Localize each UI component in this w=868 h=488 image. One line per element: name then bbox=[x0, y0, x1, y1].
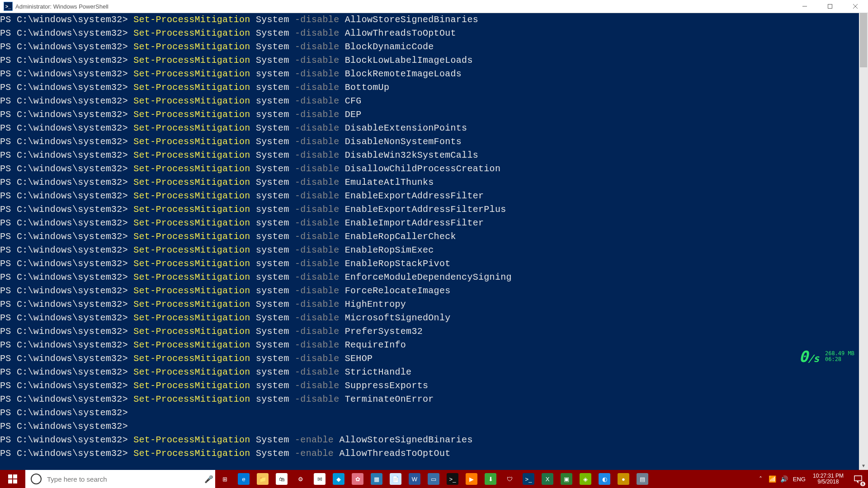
terminal-line: PS C:\windows\system32> Set-ProcessMitig… bbox=[0, 81, 859, 94]
app-icon-8[interactable]: ● bbox=[614, 470, 633, 488]
system-tray: ˄📶🔊 ENG 10:27:31 PM 9/5/2018 8 bbox=[755, 470, 868, 488]
scroll-down-button[interactable]: ▼ bbox=[859, 461, 868, 470]
app-icon-7[interactable]: ◐ bbox=[595, 470, 614, 488]
terminal-line: PS C:\windows\system32> Set-ProcessMitig… bbox=[0, 447, 859, 460]
terminal-line: PS C:\windows\system32> Set-ProcessMitig… bbox=[0, 298, 859, 311]
download-icon[interactable]: ⬇ bbox=[481, 470, 500, 488]
terminal-line: PS C:\windows\system32> Set-ProcessMitig… bbox=[0, 216, 859, 230]
terminal-line: PS C:\windows\system32> Set-ProcessMitig… bbox=[0, 379, 859, 393]
terminal-line: PS C:\windows\system32> Set-ProcessMitig… bbox=[0, 257, 859, 271]
terminal-scrollbar[interactable]: ▲ ▼ bbox=[859, 13, 868, 470]
powershell-icon[interactable]: >_ bbox=[519, 470, 538, 488]
app-icon-9[interactable]: ▤ bbox=[633, 470, 652, 488]
terminal-line: PS C:\windows\system32> bbox=[0, 420, 859, 433]
cortana-icon bbox=[31, 474, 42, 484]
mail-icon[interactable]: ✉ bbox=[310, 470, 329, 488]
tray-chevron-icon[interactable]: ˄ bbox=[755, 470, 767, 488]
terminal-line: PS C:\windows\system32> Set-ProcessMitig… bbox=[0, 325, 859, 338]
terminal-line: PS C:\windows\system32> Set-ProcessMitig… bbox=[0, 27, 859, 40]
app-icon-1[interactable]: ◆ bbox=[329, 470, 348, 488]
tray-volume-icon[interactable]: 🔊 bbox=[778, 470, 790, 488]
language-indicator[interactable]: ENG bbox=[790, 476, 808, 483]
terminal-line: PS C:\windows\system32> Set-ProcessMitig… bbox=[0, 284, 859, 298]
terminal-line: PS C:\windows\system32> Set-ProcessMitig… bbox=[0, 189, 859, 203]
terminal-line: PS C:\windows\system32> Set-ProcessMitig… bbox=[0, 176, 859, 189]
terminal-line: PS C:\windows\system32> Set-ProcessMitig… bbox=[0, 393, 859, 406]
svg-rect-8 bbox=[854, 476, 862, 481]
taskbar-search[interactable]: 🎤 bbox=[25, 470, 215, 488]
microphone-icon[interactable]: 🎤 bbox=[203, 475, 215, 483]
cmd-icon[interactable]: >_ bbox=[443, 470, 462, 488]
action-center-button[interactable]: 8 bbox=[848, 470, 868, 488]
app-icon-3[interactable]: ▦ bbox=[367, 470, 386, 488]
terminal-line: PS C:\windows\system32> Set-ProcessMitig… bbox=[0, 13, 859, 27]
terminal-line: PS C:\windows\system32> Set-ProcessMitig… bbox=[0, 311, 859, 325]
terminal-line: PS C:\windows\system32> Set-ProcessMitig… bbox=[0, 244, 859, 257]
terminal-line: PS C:\windows\system32> Set-ProcessMitig… bbox=[0, 271, 859, 284]
word-icon[interactable]: W bbox=[405, 470, 424, 488]
terminal-line: PS C:\windows\system32> Set-ProcessMitig… bbox=[0, 149, 859, 162]
svg-rect-7 bbox=[13, 479, 17, 483]
store-icon[interactable]: 🛍 bbox=[272, 470, 291, 488]
file-explorer-icon[interactable]: 📁 bbox=[253, 470, 272, 488]
terminal-line: PS C:\windows\system32> Set-ProcessMitig… bbox=[0, 54, 859, 67]
excel-icon[interactable]: X bbox=[538, 470, 557, 488]
start-button[interactable] bbox=[0, 470, 25, 488]
app-icon-6[interactable]: ◈ bbox=[576, 470, 595, 488]
terminal-line: PS C:\windows\system32> Set-ProcessMitig… bbox=[0, 40, 859, 54]
terminal-line: PS C:\windows\system32> Set-ProcessMitig… bbox=[0, 162, 859, 176]
task-view-icon[interactable]: ⊞ bbox=[215, 470, 234, 488]
taskbar-clock[interactable]: 10:27:31 PM 9/5/2018 bbox=[808, 473, 848, 485]
close-button[interactable] bbox=[843, 0, 868, 13]
scrollbar-thumb[interactable] bbox=[860, 13, 867, 67]
terminal-line: PS C:\windows\system32> Set-ProcessMitig… bbox=[0, 203, 859, 216]
svg-rect-6 bbox=[8, 479, 12, 483]
terminal-line: PS C:\windows\system32> Set-ProcessMitig… bbox=[0, 338, 859, 352]
network-hud-overlay: 0/s 268.49 MB06:28 bbox=[799, 347, 854, 366]
edge-icon[interactable]: e bbox=[234, 470, 253, 488]
terminal-line: PS C:\windows\system32> Set-ProcessMitig… bbox=[0, 94, 859, 108]
terminal-output[interactable]: PS C:\windows\system32> Set-ProcessMitig… bbox=[0, 13, 859, 470]
terminal-line: PS C:\windows\system32> Set-ProcessMitig… bbox=[0, 352, 859, 366]
terminal-line: PS C:\windows\system32> bbox=[0, 406, 859, 420]
search-input[interactable] bbox=[46, 475, 203, 483]
terminal-line: PS C:\windows\system32> Set-ProcessMitig… bbox=[0, 67, 859, 81]
app-icon-4[interactable]: ▭ bbox=[424, 470, 443, 488]
window-titlebar: >_ Administrator: Windows PowerShell bbox=[0, 0, 868, 13]
notification-badge: 8 bbox=[860, 482, 865, 486]
maximize-button[interactable] bbox=[817, 0, 843, 13]
taskbar: 🎤 ⊞e📁🛍⚙✉◆✿▦📄W▭>_▶⬇🛡>_X▣◈◐●▤ ˄📶🔊 ENG 10:2… bbox=[0, 470, 868, 488]
svg-rect-1 bbox=[828, 5, 832, 9]
terminal-line: PS C:\windows\system32> Set-ProcessMitig… bbox=[0, 366, 859, 379]
terminal-line: PS C:\windows\system32> Set-ProcessMitig… bbox=[0, 230, 859, 244]
terminal-line: PS C:\windows\system32> Set-ProcessMitig… bbox=[0, 122, 859, 135]
app-icon-2[interactable]: ✿ bbox=[348, 470, 367, 488]
terminal-line: PS C:\windows\system32> Set-ProcessMitig… bbox=[0, 433, 859, 447]
terminal-line: PS C:\windows\system32> Set-ProcessMitig… bbox=[0, 135, 859, 149]
minimize-button[interactable] bbox=[792, 0, 817, 13]
notepad-icon[interactable]: 📄 bbox=[386, 470, 405, 488]
svg-rect-5 bbox=[13, 474, 17, 479]
powershell-window-icon: >_ bbox=[4, 2, 13, 11]
media-icon[interactable]: ▶ bbox=[462, 470, 481, 488]
settings-icon[interactable]: ⚙ bbox=[291, 470, 310, 488]
window-title: Administrator: Windows PowerShell bbox=[15, 3, 108, 10]
terminal-line: PS C:\windows\system32> Set-ProcessMitig… bbox=[0, 108, 859, 122]
tray-wifi-icon[interactable]: 📶 bbox=[767, 470, 778, 488]
svg-rect-4 bbox=[8, 474, 12, 479]
defender-icon[interactable]: 🛡 bbox=[500, 470, 519, 488]
app-icon-5[interactable]: ▣ bbox=[557, 470, 576, 488]
